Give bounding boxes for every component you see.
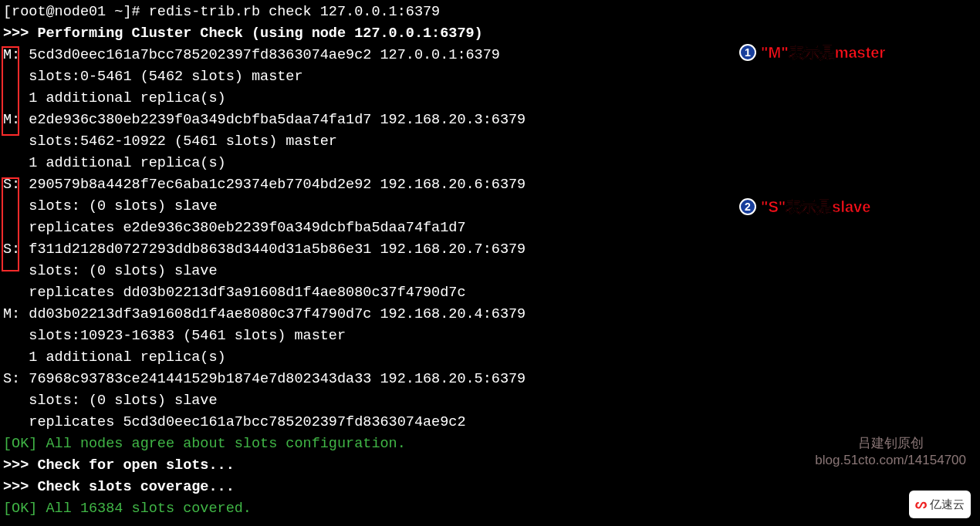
terminal-line: S: 290579b8a4428f7ec6aba1c29374eb7704bd2… <box>3 174 977 196</box>
terminal-line: slots: (0 slots) slave <box>3 390 977 412</box>
terminal-line: slots:5462-10922 (5461 slots) master <box>3 131 977 153</box>
terminal-line: 1 additional replica(s) <box>3 347 977 369</box>
terminal-output: [root@node01 ~]# redis-trib.rb check 127… <box>0 0 980 521</box>
terminal-line: slots:10923-16383 (5461 slots) master <box>3 325 977 347</box>
annotation-master-text: "M"表示是master <box>761 42 885 63</box>
terminal-line: replicates 5cd3d0eec161a7bcc785202397fd8… <box>3 412 977 433</box>
terminal-line: 1 additional replica(s) <box>3 153 977 174</box>
annotation-master: 1 "M"表示是master <box>739 42 885 63</box>
terminal-line: S: 76968c93783ce241441529b1874e7d802343d… <box>3 369 977 390</box>
arrow-master <box>0 521 980 526</box>
terminal-line: replicates e2de936c380eb2239f0a349dcbfba… <box>3 217 977 239</box>
terminal-line: [OK] All 16384 slots covered. <box>3 498 977 520</box>
terminal-line: [root@node01 ~]# redis-trib.rb check 127… <box>3 2 977 23</box>
terminal-line: [OK] All nodes agree about slots configu… <box>3 433 977 455</box>
badge-icon: 2 <box>739 198 756 215</box>
annotation-slave: 2 "S"表示是slave <box>739 196 870 217</box>
terminal-line: replicates dd03b02213df3a91608d1f4ae8080… <box>3 282 977 304</box>
terminal-line: M: e2de936c380eb2239f0a349dcbfba5daa74fa… <box>3 110 977 131</box>
annotation-slave-text: "S"表示是slave <box>761 196 870 217</box>
badge-icon: 1 <box>739 44 756 61</box>
terminal-line: >>> Check slots coverage... <box>3 477 977 498</box>
arrow-slave <box>0 521 980 526</box>
terminal-line: M: dd03b02213df3a91608d1f4ae8080c37f4790… <box>3 304 977 325</box>
terminal-line: slots: (0 slots) slave <box>3 261 977 282</box>
terminal-line: slots:0-5461 (5462 slots) master <box>3 66 977 88</box>
terminal-line: 1 additional replica(s) <box>3 88 977 110</box>
terminal-line: S: f311d2128d0727293ddb8638d3440d31a5b86… <box>3 239 977 261</box>
terminal-line: >>> Check for open slots... <box>3 455 977 477</box>
